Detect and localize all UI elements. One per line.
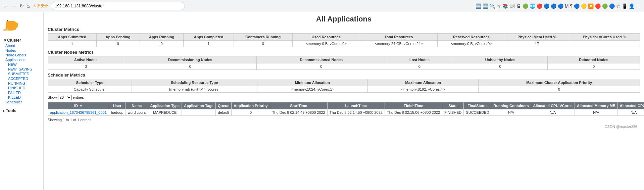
apps-col-allocated-cpu: Allocated CPU VCores — [531, 102, 575, 109]
hadoop-logo: hadoop — [3, 17, 20, 31]
showing-entries: Showing 1 to 1 of 1 entries — [48, 118, 640, 122]
sidebar-item-nodes[interactable]: Nodes — [3, 48, 41, 53]
val-active-nodes: 3 — [48, 63, 124, 70]
toolbar-icon-7[interactable]: 🌐 — [530, 3, 535, 9]
toolbar-icon-19[interactable]: 🔵 — [609, 3, 615, 9]
col-scheduling-resource-type: Scheduling Resource Type — [132, 79, 257, 86]
col-used-resources: Used Resources — [292, 34, 360, 41]
sidebar-item-failed[interactable]: FAILED — [3, 90, 41, 95]
col-apps-completed: Apps Completed — [184, 34, 234, 41]
logo-area: hadoop — [0, 15, 43, 36]
cell-name: word count — [126, 109, 148, 116]
col-rebooted-nodes: Rebooted Nodes — [547, 56, 640, 63]
browser-bar: ← → ↻ ⌂ ⚠ 不安全 🔤 🔤 🔍 ☆ 📚 📰 🖥 🟢 🌐 🔴 🔵 🔵 🔵 … — [0, 0, 644, 12]
val-reserved-resources: <memory:0 B, vCores:0> — [438, 41, 505, 47]
sidebar-item-applications[interactable]: Applications — [3, 57, 41, 62]
val-apps-submitted: 1 — [48, 41, 97, 47]
sidebar-item-new-saving[interactable]: NEW_SAVING — [3, 67, 41, 72]
applications-table: ID ▼ User Name Application Type Applicat… — [48, 102, 644, 116]
toolbar-icon-5[interactable]: 🖥 — [516, 3, 521, 9]
reload-button[interactable]: ↻ — [19, 3, 24, 9]
cluster-metrics-table: Apps Submitted Apps Pending Apps Running… — [48, 33, 640, 47]
val-apps-pending: 0 — [96, 41, 140, 47]
toolbar-icon-13[interactable]: ¶ — [570, 3, 573, 9]
toolbar-icon-12[interactable]: M — [565, 3, 569, 9]
cell-state: FINISHED — [442, 109, 464, 116]
tools-section[interactable]: ▸ Tools — [0, 106, 43, 116]
home-button[interactable]: ⌂ — [27, 3, 30, 9]
toolbar-icon-1[interactable]: 🔤 — [476, 3, 481, 9]
toolbar-icon-4[interactable]: 📰 — [509, 3, 515, 9]
col-decommissioning-nodes: Decommissioning Nodes — [124, 56, 257, 63]
col-total-resources: Total Resources — [360, 34, 438, 41]
sidebar-item-finished[interactable]: FINISHED — [3, 86, 41, 90]
sidebar-item-killed[interactable]: KILLED — [3, 95, 41, 100]
cluster-section-title[interactable]: ▾ Cluster — [3, 37, 41, 43]
toolbar-icon-18[interactable]: 🟢 — [602, 3, 608, 9]
sidebar: hadoop ▾ Cluster About Nodes Node Labels… — [0, 12, 44, 190]
col-apps-pending: Apps Pending — [96, 34, 140, 41]
toolbar-icon-17[interactable]: 🔴 — [595, 3, 601, 9]
sidebar-item-accepted[interactable]: ACCEPTED — [3, 76, 41, 81]
entries-select[interactable]: 20 10 50 100 — [58, 95, 72, 100]
cell-id: application_1670436795361_0001 — [48, 109, 109, 116]
toolbar-icon-3[interactable]: 📚 — [502, 3, 508, 9]
main-content: All Applications Cluster Metrics Apps Su… — [44, 12, 644, 190]
apps-col-id[interactable]: ID ▼ — [48, 102, 109, 109]
zoom-icon[interactable]: 🔍 — [490, 3, 495, 9]
toolbar-icon-16[interactable]: 🔽 — [588, 3, 594, 9]
toolbar-icon-8[interactable]: 🔴 — [537, 3, 542, 9]
col-physical-mem: Physical Mem Used % — [505, 34, 569, 41]
back-button[interactable]: ← — [3, 3, 9, 9]
sort-icon: ▼ — [80, 104, 83, 108]
toolbar-icon-20[interactable]: ☆ — [616, 3, 621, 9]
address-bar[interactable] — [51, 2, 185, 10]
sidebar-item-new[interactable]: NEW — [3, 62, 41, 67]
toolbar-icon-10[interactable]: 🔵 — [551, 3, 556, 9]
val-used-resources: <memory:0 B, vCores:0> — [292, 41, 360, 47]
toolbar-icon-21[interactable]: 📱 — [622, 3, 628, 9]
toolbar-icon-9[interactable]: 🔵 — [544, 3, 549, 9]
toolbar-icon-6[interactable]: 🟢 — [523, 3, 528, 9]
app-id-link[interactable]: application_1670436795361_0001 — [50, 110, 107, 114]
cell-finish-time: Thu Dec 8 02:15:06 +0800 2022 — [385, 109, 442, 116]
val-scheduling-resource-type: [memory-mb (unit=Mi), vcores] — [132, 86, 257, 93]
val-physical-vcores — [569, 41, 640, 47]
show-entries-control: Show 20 10 50 100 entries — [48, 95, 640, 100]
scheduler-table: Scheduler Type Scheduling Resource Type … — [48, 79, 640, 93]
footer: CSDN @master336 — [48, 122, 640, 131]
val-physical-mem: 17 — [505, 41, 569, 47]
apps-col-state: State — [442, 102, 464, 109]
col-reserved-resources: Reserved Resources — [438, 34, 505, 41]
apps-col-name: Name — [126, 102, 148, 109]
toolbar-icon-2[interactable]: 🔤 — [483, 3, 488, 9]
cell-start-time: Thu Dec 8 02:14:49 +0800 2022 — [270, 109, 327, 116]
val-rebooted-nodes: 0 — [547, 63, 640, 70]
forward-button[interactable]: → — [11, 3, 17, 9]
apps-col-allocated-memory: Allocated Memory MB — [575, 102, 617, 109]
cell-priority: 0 — [232, 109, 270, 116]
more-button[interactable]: ⋯ — [636, 3, 641, 9]
cell-running-containers: N/A — [491, 109, 531, 116]
table-row: application_1670436795361_0001 hadoop wo… — [48, 109, 644, 116]
svg-rect-7 — [14, 27, 16, 30]
cell-final-status: SUCCEEDED — [464, 109, 491, 116]
toolbar-icon-15[interactable]: 🟡 — [581, 3, 587, 9]
cluster-nodes-table: Active Nodes Decommissioning Nodes Decom… — [48, 56, 640, 70]
col-active-nodes: Active Nodes — [48, 56, 124, 63]
sidebar-item-submitted[interactable]: SUBMITTED — [3, 72, 41, 76]
sidebar-item-node-labels[interactable]: Node Labels — [3, 53, 41, 57]
cell-allocated-cpu: N/A — [531, 109, 575, 116]
star-icon[interactable]: ☆ — [497, 3, 501, 9]
toolbar-icon-22[interactable]: 👤 — [629, 3, 635, 9]
val-apps-completed: 1 — [184, 41, 234, 47]
show-label: Show — [48, 95, 57, 99]
apps-col-allocated-gpus: Allocated GPUs — [617, 102, 644, 109]
sidebar-item-scheduler[interactable]: Scheduler — [3, 100, 41, 104]
val-decommissioned-nodes: 0 — [257, 63, 386, 70]
col-unhealthy-nodes: Unhealthy Nodes — [453, 56, 548, 63]
toolbar-icon-11[interactable]: 🔵 — [558, 3, 563, 9]
toolbar-icon-14[interactable]: 🔵 — [574, 3, 580, 9]
sidebar-item-running[interactable]: RUNNING — [3, 81, 41, 86]
sidebar-item-about[interactable]: About — [3, 43, 41, 48]
